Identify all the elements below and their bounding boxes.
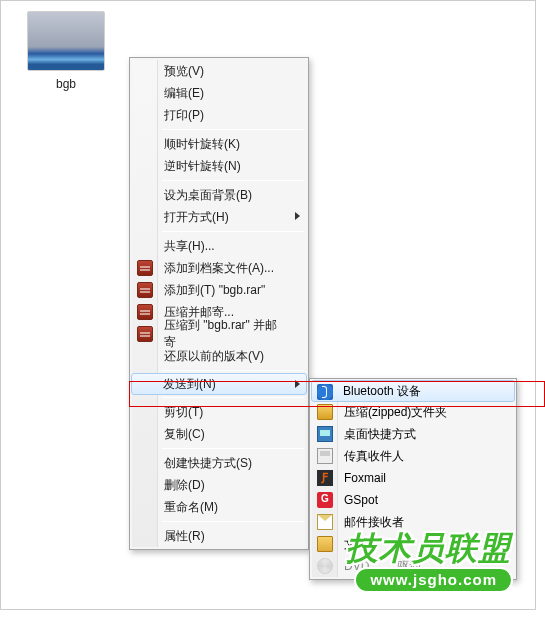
watermark-brand: 技术员联盟 (346, 531, 511, 565)
file-thumbnail (27, 11, 105, 71)
submenu-bluetooth[interactable]: Bluetooth 设备 (311, 380, 515, 402)
file-item[interactable]: bgb (21, 11, 111, 91)
chevron-right-icon (295, 212, 300, 220)
separator (162, 397, 304, 398)
separator (162, 129, 304, 130)
menu-share[interactable]: 共享(H)... (132, 235, 306, 257)
submenu-zipped-folder[interactable]: 压缩(zipped)文件夹 (312, 401, 514, 423)
menu-rename[interactable]: 重命名(M) (132, 496, 306, 518)
watermark-url: www.jsgho.com (356, 569, 511, 591)
separator (162, 370, 304, 371)
submenu-foxmail[interactable]: ƑFoxmail (312, 467, 514, 489)
submenu-fax-recipient[interactable]: 传真收件人 (312, 445, 514, 467)
menu-rotate-ccw[interactable]: 逆时针旋转(N) (132, 155, 306, 177)
menu-properties[interactable]: 属性(R) (132, 525, 306, 547)
gspot-icon: G (317, 492, 333, 508)
separator (162, 231, 304, 232)
menu-delete[interactable]: 删除(D) (132, 474, 306, 496)
separator (162, 448, 304, 449)
menu-rotate-cw[interactable]: 顺时针旋转(K) (132, 133, 306, 155)
bluetooth-icon (317, 384, 333, 400)
menu-preview[interactable]: 预览(V) (132, 60, 306, 82)
menu-set-wallpaper[interactable]: 设为桌面背景(B) (132, 184, 306, 206)
fax-icon (317, 448, 333, 464)
rar-icon (137, 260, 153, 276)
zip-folder-icon (317, 404, 333, 420)
rar-icon (137, 282, 153, 298)
file-name-label: bgb (21, 77, 111, 91)
menu-rar-compress-bgb-email[interactable]: 压缩到 "bgb.rar" 并邮寄 (132, 323, 306, 345)
foxmail-icon: Ƒ (317, 470, 333, 486)
chevron-right-icon (295, 380, 300, 388)
separator (162, 180, 304, 181)
menu-print[interactable]: 打印(P) (132, 104, 306, 126)
menu-cut[interactable]: 剪切(T) (132, 401, 306, 423)
submenu-gspot[interactable]: GGSpot (312, 489, 514, 511)
desktop-icon (317, 426, 333, 442)
dvd-drive-icon (317, 558, 333, 574)
separator (162, 521, 304, 522)
menu-rar-add-archive[interactable]: 添加到档案文件(A)... (132, 257, 306, 279)
documents-icon (317, 536, 333, 552)
menu-create-shortcut[interactable]: 创建快捷方式(S) (132, 452, 306, 474)
menu-copy[interactable]: 复制(C) (132, 423, 306, 445)
context-menu: 预览(V) 编辑(E) 打印(P) 顺时针旋转(K) 逆时针旋转(N) 设为桌面… (129, 57, 309, 550)
rar-icon (137, 326, 153, 342)
menu-open-with[interactable]: 打开方式(H) (132, 206, 306, 228)
rar-icon (137, 304, 153, 320)
window-frame: bgb 预览(V) 编辑(E) 打印(P) 顺时针旋转(K) 逆时针旋转(N) … (0, 0, 536, 610)
menu-edit[interactable]: 编辑(E) (132, 82, 306, 104)
mail-icon (317, 514, 333, 530)
submenu-desktop-shortcut[interactable]: 桌面快捷方式 (312, 423, 514, 445)
menu-restore-versions[interactable]: 还原以前的版本(V) (132, 345, 306, 367)
watermark: 技术员联盟 www.jsgho.com (346, 531, 511, 591)
menu-send-to[interactable]: 发送到(N) (131, 373, 307, 395)
menu-items: 预览(V) 编辑(E) 打印(P) 顺时针旋转(K) 逆时针旋转(N) 设为桌面… (132, 60, 306, 547)
menu-rar-add-bgb[interactable]: 添加到(T) "bgb.rar" (132, 279, 306, 301)
